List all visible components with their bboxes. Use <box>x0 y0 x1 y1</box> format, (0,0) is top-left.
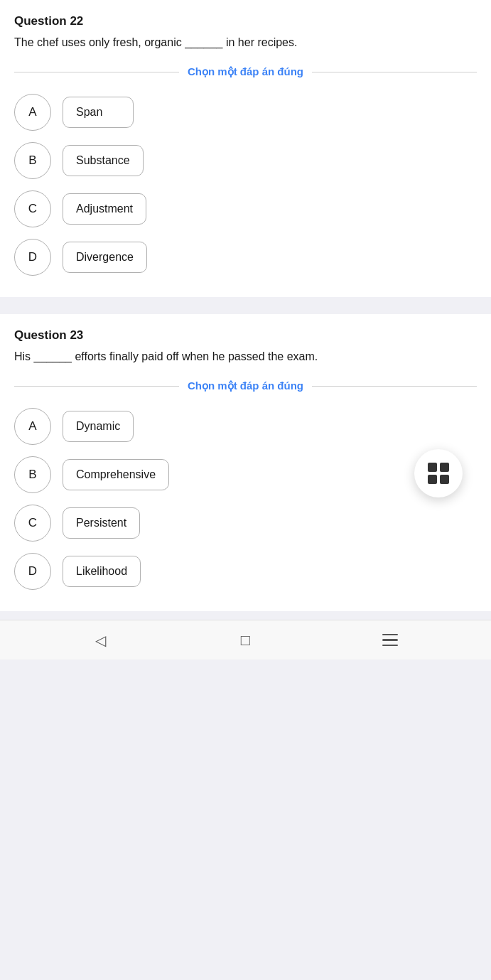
option-23-a-text: Dynamic <box>63 411 134 442</box>
option-23-a-circle: A <box>14 408 51 445</box>
question-23-text: His ______ efforts finally paid off when… <box>14 348 477 365</box>
fab-cell-2 <box>440 463 449 472</box>
question-22-divider: Chọn một đáp án đúng <box>14 65 477 78</box>
question-22-divider-label: Chọn một đáp án đúng <box>188 65 303 78</box>
nav-menu-button[interactable] <box>376 626 404 655</box>
option-22-d[interactable]: D Divergence <box>14 239 477 276</box>
nav-home-button[interactable] <box>231 626 259 655</box>
fab-cell-4 <box>440 475 449 484</box>
menu-line-2 <box>382 639 398 641</box>
divider-line-right <box>312 72 477 72</box>
option-23-d-circle: D <box>14 553 51 590</box>
menu-line-3 <box>382 645 398 647</box>
divider-line-right-23 <box>312 386 477 387</box>
option-23-b-circle: B <box>14 456 51 493</box>
option-23-c[interactable]: C Persistent <box>14 505 477 542</box>
question-23-card: Question 23 His ______ efforts finally p… <box>0 314 491 611</box>
option-23-d[interactable]: D Likelihood <box>14 553 477 590</box>
question-23-divider: Chọn một đáp án đúng <box>14 379 477 392</box>
question-23-divider-label: Chọn một đáp án đúng <box>188 379 303 392</box>
question-22-card: Question 22 The chef uses only fresh, or… <box>0 0 491 297</box>
option-22-d-circle: D <box>14 239 51 276</box>
option-23-a[interactable]: A Dynamic <box>14 408 477 445</box>
fab-grid-button[interactable] <box>414 449 463 497</box>
option-23-c-text: Persistent <box>63 507 140 539</box>
option-23-b[interactable]: B Comprehensive <box>14 456 477 493</box>
divider-line-left-23 <box>14 386 179 387</box>
option-22-b[interactable]: B Substance <box>14 142 477 179</box>
option-23-c-circle: C <box>14 505 51 542</box>
option-22-a-circle: A <box>14 94 51 131</box>
option-23-d-text: Likelihood <box>63 556 141 587</box>
fab-grid-icon <box>428 463 449 484</box>
question-23-options: A Dynamic B Comprehensive C Persistent D… <box>14 408 477 590</box>
option-23-b-text: Comprehensive <box>63 459 169 490</box>
option-22-b-text: Substance <box>63 145 144 176</box>
question-22-text: The chef uses only fresh, organic ______… <box>14 34 477 51</box>
option-22-a[interactable]: A Span <box>14 94 477 131</box>
question-23-number: Question 23 <box>14 328 477 343</box>
bottom-navigation <box>0 620 491 659</box>
option-22-b-circle: B <box>14 142 51 179</box>
question-22-options: A Span B Substance C Adjustment D Diverg… <box>14 94 477 276</box>
question-22-number: Question 22 <box>14 14 477 28</box>
option-22-c-text: Adjustment <box>63 193 146 225</box>
option-22-c-circle: C <box>14 190 51 227</box>
option-22-c[interactable]: C Adjustment <box>14 190 477 227</box>
option-22-d-text: Divergence <box>63 242 147 273</box>
fab-cell-3 <box>428 475 437 484</box>
fab-cell-1 <box>428 463 437 472</box>
nav-back-button[interactable] <box>87 626 115 655</box>
divider-line-left <box>14 72 179 72</box>
card-gap <box>0 306 491 314</box>
option-22-a-text: Span <box>63 97 134 128</box>
menu-line-1 <box>382 634 398 636</box>
